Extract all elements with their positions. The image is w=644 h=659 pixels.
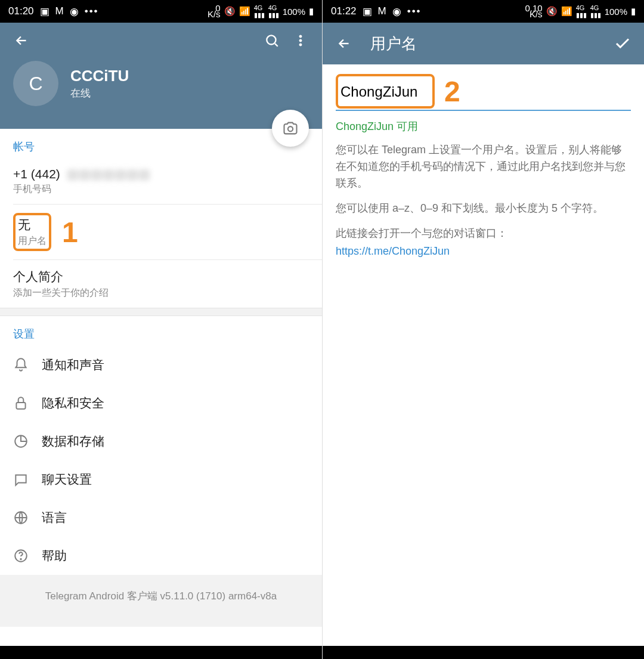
pie-icon bbox=[13, 434, 29, 449]
status-icon-mail: M bbox=[55, 5, 64, 17]
content-scroll[interactable]: 帐号 +1 (442) ▧▧▧▧▧▧▧ 手机号码 无 用户名 1 个人简介 添 bbox=[0, 129, 322, 646]
appbar bbox=[0, 23, 322, 58]
globe-icon bbox=[13, 510, 29, 525]
profile-name: CCCiTU bbox=[70, 67, 129, 85]
status-netspeed: 0.10 K/s bbox=[525, 5, 542, 17]
settings-label: 聊天设置 bbox=[42, 471, 92, 488]
back-button[interactable] bbox=[11, 30, 32, 51]
screen-username: 01:22 ▣ M ◉ ••• 0.10 K/s 🔇 📶 4G▮▮▮ 4G▮▮▮… bbox=[322, 0, 644, 659]
username-desc-1: 您可以在 Telegram 上设置一个用户名。设置后，别人将能够在不知道您的手机… bbox=[336, 142, 631, 192]
avatar-initial: C bbox=[29, 73, 42, 95]
android-navbar bbox=[323, 646, 644, 659]
input-underline bbox=[336, 110, 631, 111]
status-icon-mail: M bbox=[378, 5, 386, 17]
settings-row-help[interactable]: 帮助 bbox=[0, 537, 322, 575]
profile-status: 在线 bbox=[70, 86, 129, 100]
status-icon-chat: ◉ bbox=[392, 5, 401, 18]
signal-4g-icon-2: 4G▮▮▮ bbox=[268, 4, 279, 19]
settings-label: 隐私和安全 bbox=[42, 395, 104, 412]
status-icon-image: ▣ bbox=[363, 5, 372, 18]
username-desc-3: 此链接会打开一个与您的对话窗口： bbox=[336, 225, 631, 242]
bio-label: 添加一些关于你的介绍 bbox=[13, 287, 309, 299]
settings-label: 帮助 bbox=[42, 547, 67, 564]
svg-point-2 bbox=[299, 39, 302, 42]
lock-icon bbox=[13, 395, 29, 411]
bio-title: 个人简介 bbox=[13, 268, 309, 285]
phone-row[interactable]: +1 (442) ▧▧▧▧▧▧▧ 手机号码 bbox=[0, 159, 322, 204]
status-battery: 100% bbox=[605, 7, 627, 17]
profile-header: C CCCiTU 在线 bbox=[0, 58, 322, 129]
svg-rect-5 bbox=[16, 403, 25, 409]
phone-redacted: ▧▧▧▧▧▧▧ bbox=[64, 167, 151, 181]
signal-4g-icon: 4G▮▮▮ bbox=[254, 4, 265, 19]
settings-label: 数据和存储 bbox=[42, 433, 104, 450]
username-input[interactable] bbox=[340, 78, 430, 105]
status-icon-chat: ◉ bbox=[70, 5, 79, 18]
status-time: 01:22 bbox=[331, 5, 357, 17]
settings-row-data[interactable]: 数据和存储 bbox=[0, 422, 322, 460]
battery-icon: ▮ bbox=[631, 6, 636, 17]
screen-settings: 01:20 ▣ M ◉ ••• 0 K/s 🔇 📶 4G▮▮▮ 4G▮▮▮ 10… bbox=[0, 0, 322, 659]
settings-row-language[interactable]: 语言 bbox=[0, 499, 322, 537]
settings-row-notifications[interactable]: 通知和声音 bbox=[0, 346, 322, 384]
settings-label: 语言 bbox=[42, 509, 67, 526]
status-more-icon: ••• bbox=[407, 5, 422, 17]
bell-icon bbox=[13, 357, 29, 373]
status-icon-image: ▣ bbox=[40, 5, 49, 18]
bio-row[interactable]: 个人简介 添加一些关于你的介绍 bbox=[0, 260, 322, 308]
annotation-box-1: 无 用户名 bbox=[13, 213, 51, 251]
status-time: 01:20 bbox=[8, 5, 34, 17]
username-row[interactable]: 无 用户名 1 bbox=[0, 205, 322, 259]
confirm-button[interactable] bbox=[612, 33, 633, 54]
android-navbar bbox=[0, 646, 322, 659]
username-link[interactable]: https://t.me/ChongZiJun bbox=[336, 245, 631, 258]
phone-value: +1 (442) bbox=[13, 167, 60, 181]
annotation-box-2 bbox=[336, 74, 435, 109]
settings-row-chat[interactable]: 聊天设置 bbox=[0, 460, 322, 499]
svg-point-9 bbox=[20, 559, 21, 560]
content: 2 ChongZiJun 可用 您可以在 Telegram 上设置一个用户名。设… bbox=[323, 64, 644, 646]
wifi-icon: 📶 bbox=[239, 6, 250, 17]
mute-icon: 🔇 bbox=[546, 6, 558, 17]
annotation-number-2: 2 bbox=[444, 75, 460, 108]
avatar[interactable]: C bbox=[13, 61, 58, 106]
status-bar: 01:22 ▣ M ◉ ••• 0.10 K/s 🔇 📶 4G▮▮▮ 4G▮▮▮… bbox=[323, 0, 644, 23]
status-battery: 100% bbox=[283, 7, 305, 17]
camera-icon bbox=[282, 120, 299, 137]
status-more-icon: ••• bbox=[85, 5, 99, 17]
help-icon bbox=[13, 548, 29, 564]
status-netspeed: 0 K/s bbox=[208, 5, 221, 17]
more-button[interactable] bbox=[290, 30, 311, 51]
svg-point-1 bbox=[299, 35, 302, 38]
wifi-icon: 📶 bbox=[561, 6, 572, 17]
back-button[interactable] bbox=[333, 33, 355, 54]
settings-header: 设置 bbox=[0, 316, 322, 346]
username-value: 无 bbox=[18, 216, 47, 233]
annotation-number-1: 1 bbox=[62, 216, 78, 249]
svg-point-3 bbox=[299, 44, 302, 46]
account-section: 帐号 +1 (442) ▧▧▧▧▧▧▧ 手机号码 无 用户名 1 个人简介 添 bbox=[0, 129, 322, 308]
settings-row-privacy[interactable]: 隐私和安全 bbox=[0, 384, 322, 422]
phone-label: 手机号码 bbox=[13, 183, 309, 196]
username-available: ChongZiJun 可用 bbox=[336, 119, 631, 134]
battery-icon: ▮ bbox=[309, 6, 314, 17]
username-label: 用户名 bbox=[18, 235, 47, 247]
settings-section: 设置 通知和声音 隐私和安全 数据和存储 聊天设置 语言 bbox=[0, 316, 322, 575]
appbar-title: 用户名 bbox=[355, 33, 612, 54]
status-bar: 01:20 ▣ M ◉ ••• 0 K/s 🔇 📶 4G▮▮▮ 4G▮▮▮ 10… bbox=[0, 0, 322, 23]
settings-label: 通知和声音 bbox=[42, 357, 104, 373]
chat-icon bbox=[13, 472, 29, 487]
search-button[interactable] bbox=[261, 30, 283, 51]
signal-4g-icon-2: 4G▮▮▮ bbox=[590, 4, 601, 19]
username-desc-2: 您可以使用 a–z、0–9 和下划线。最小长度为 5 个字符。 bbox=[336, 200, 631, 217]
appbar: 用户名 bbox=[323, 23, 644, 64]
version-footer: Telegram Android 客户端 v5.11.0 (1710) arm6… bbox=[0, 575, 322, 627]
svg-point-0 bbox=[267, 35, 275, 44]
mute-icon: 🔇 bbox=[224, 6, 236, 17]
camera-fab[interactable] bbox=[272, 110, 309, 147]
svg-point-4 bbox=[288, 126, 293, 131]
signal-4g-icon: 4G▮▮▮ bbox=[576, 4, 587, 19]
